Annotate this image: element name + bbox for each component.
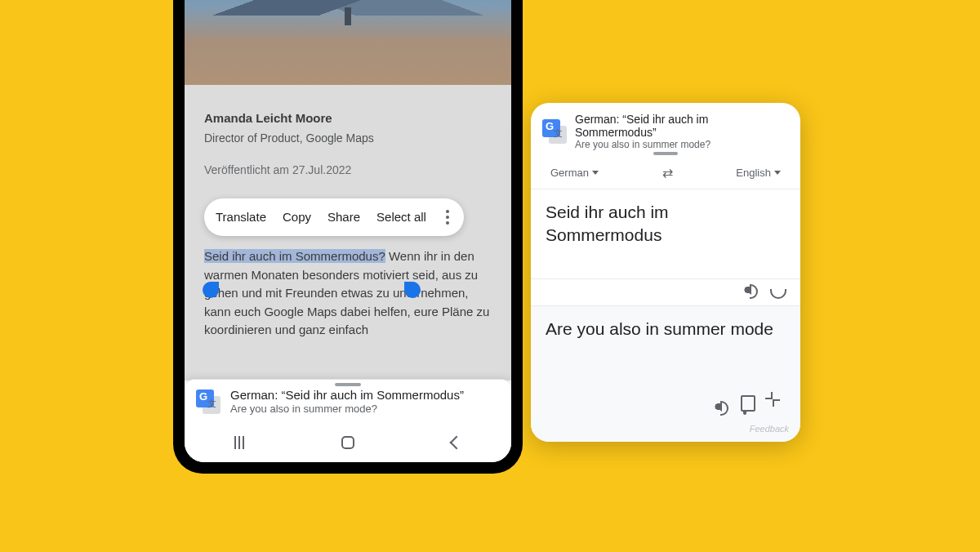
selected-text[interactable]: Seid ihr auch im Sommermodus? — [204, 249, 385, 263]
more-options-icon[interactable] — [443, 210, 452, 225]
target-language-label: English — [736, 167, 771, 179]
translate-action[interactable]: Translate — [216, 208, 266, 227]
article-body: Amanda Leicht Moore Director of Product,… — [185, 85, 511, 381]
chevron-down-icon — [592, 171, 599, 175]
copy-action[interactable]: Copy — [283, 208, 311, 227]
article-paragraph[interactable]: Seid ihr auch im Sommermodus? Wenn ihr i… — [204, 247, 492, 340]
panel-header-subtitle: Are you also in summer mode? — [575, 139, 789, 150]
article-hero-image — [185, 0, 511, 85]
nav-recent-icon[interactable] — [231, 434, 247, 451]
source-actions — [531, 279, 800, 306]
selection-handle-start[interactable] — [203, 282, 219, 298]
author-name: Amanda Leicht Moore — [204, 109, 492, 128]
publish-date: Veröffentlicht am 27.Jul.2022 — [204, 162, 492, 179]
translated-text: Are you also in summer mode — [531, 306, 800, 396]
mic-icon[interactable] — [773, 283, 787, 297]
target-language-select[interactable]: English — [736, 167, 781, 179]
feedback-link[interactable]: Feedback — [531, 422, 800, 442]
translate-panel-header: G文 German: “Seid ihr auch im Sommermodus… — [531, 103, 800, 155]
author-title: Director of Product, Google Maps — [204, 130, 492, 147]
select-all-action[interactable]: Select all — [376, 208, 426, 227]
google-translate-icon: G文 — [196, 390, 220, 414]
translation-actions — [531, 396, 800, 422]
language-row: German ⇄ English — [531, 155, 800, 189]
phone-screen: Amanda Leicht Moore Director of Product,… — [185, 0, 511, 462]
google-translate-icon: G文 — [542, 119, 567, 144]
phone-frame: Amanda Leicht Moore Director of Product,… — [173, 0, 523, 474]
source-language-select[interactable]: German — [550, 167, 599, 179]
translate-bottom-sheet[interactable]: G文 German: “Seid ihr auch im Sommermodus… — [185, 379, 511, 423]
text-selection-toolbar: Translate Copy Share Select all — [204, 198, 464, 237]
nav-back-icon[interactable] — [448, 434, 465, 451]
drag-handle-icon[interactable] — [653, 152, 678, 155]
translate-sheet-title: German: “Seid ihr auch im Sommermodus” — [230, 388, 464, 402]
selection-handle-end[interactable] — [404, 282, 421, 298]
drag-handle-icon[interactable] — [335, 383, 361, 386]
android-nav-bar — [185, 423, 511, 462]
speaker-icon[interactable] — [743, 283, 758, 297]
source-language-label: German — [550, 167, 589, 179]
translate-sheet-subtitle: Are you also in summer mode? — [230, 403, 464, 415]
swap-languages-icon[interactable]: ⇄ — [662, 165, 673, 180]
nav-home-icon[interactable] — [340, 434, 356, 451]
panel-header-title: German: “Seid ihr auch im Sommermodus” — [575, 113, 789, 139]
share-action[interactable]: Share — [327, 208, 360, 227]
source-text[interactable]: Seid ihr auch im Sommermodus — [531, 189, 800, 279]
chevron-down-icon — [774, 171, 781, 175]
translate-panel: G文 German: “Seid ihr auch im Sommermodus… — [531, 103, 800, 442]
expand-icon[interactable] — [773, 399, 787, 414]
copy-icon[interactable] — [743, 399, 758, 414]
speaker-icon[interactable] — [714, 399, 728, 414]
